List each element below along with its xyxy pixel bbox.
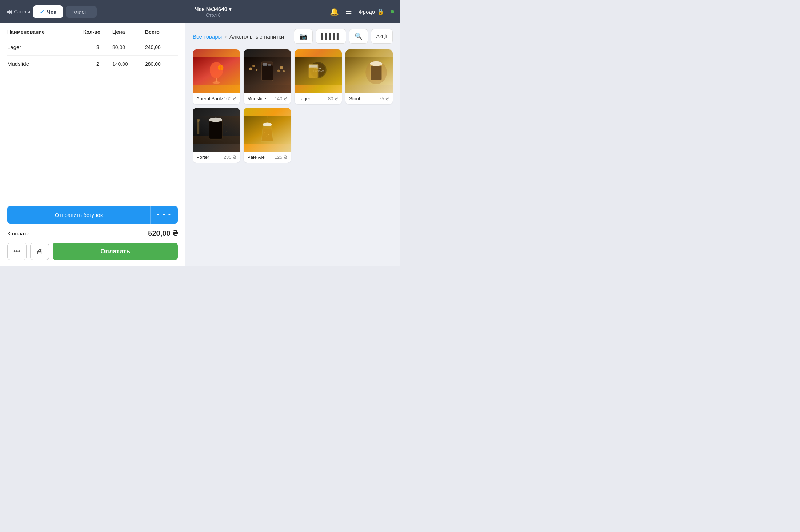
product-card-mudslide[interactable]: Mudslide 140 ₴: [244, 49, 291, 104]
item-price: 80,00: [112, 44, 145, 50]
product-info: Lager 80 ₴: [295, 93, 342, 104]
svg-point-41: [263, 123, 272, 126]
svg-point-36: [209, 118, 222, 122]
product-name: Aperol Spritz: [196, 96, 223, 101]
item-price: 140,00: [112, 61, 145, 67]
more-dots-icon: •••: [13, 248, 20, 255]
svg-point-31: [370, 61, 383, 66]
pay-button[interactable]: Оплатить: [53, 243, 178, 260]
camera-button[interactable]: 📷: [294, 29, 313, 44]
send-order-button[interactable]: Отправить бегунок: [7, 206, 150, 224]
product-price: 125 ₴: [275, 154, 287, 160]
svg-rect-37: [209, 122, 222, 139]
product-card-porter[interactable]: Porter 235 ₴: [193, 108, 240, 163]
product-price: 235 ₴: [224, 154, 236, 160]
product-info: Pale Ale 125 ₴: [244, 152, 291, 163]
bell-icon[interactable]: 🔔: [330, 7, 339, 16]
product-image-aperol-spritz: [193, 49, 240, 93]
dots-icon: • • •: [157, 211, 171, 218]
svg-point-18: [277, 69, 280, 72]
product-image-porter: [193, 108, 240, 152]
svg-point-14: [249, 68, 252, 70]
product-info: Stout 75 ₴: [345, 93, 393, 104]
svg-point-16: [256, 69, 257, 71]
user-area[interactable]: Фродо 🔒: [359, 8, 384, 15]
product-image-stout: [345, 49, 393, 93]
barcode-button[interactable]: ▌▌▌▌▌: [316, 29, 346, 44]
total-row: К оплате 520,00 ₴: [7, 229, 178, 238]
tab-check[interactable]: ✓ Чек: [33, 5, 63, 18]
product-price: 75 ₴: [379, 96, 389, 101]
barcode-icon: ▌▌▌▌▌: [321, 33, 340, 40]
product-name: Lager: [298, 96, 310, 101]
table-row[interactable]: Mudslide 2 140,00 280,00: [7, 56, 178, 72]
item-name: Mudslide: [7, 61, 83, 67]
product-price: 80 ₴: [328, 96, 338, 101]
more-options-button[interactable]: •••: [7, 243, 27, 260]
tab-client-label: Клиент: [72, 9, 90, 15]
check-icon: ✓: [40, 8, 44, 15]
product-card-stout[interactable]: Stout 75 ₴: [345, 49, 393, 104]
breadcrumb-separator: ›: [225, 33, 227, 39]
promo-button[interactable]: Акції: [371, 29, 393, 44]
lock-icon: 🔒: [377, 8, 384, 15]
bottom-action-row: ••• 🖨 Оплатить: [7, 243, 178, 260]
item-qty: 3: [83, 44, 112, 50]
svg-point-43: [268, 134, 269, 135]
product-info: Aperol Spritz 160 ₴: [193, 93, 240, 104]
order-table-header: Наименование Кол-во Цена Всего: [7, 23, 178, 39]
send-btn-row: Отправить бегунок • • •: [7, 206, 178, 224]
tab-check-label: Чек: [47, 9, 56, 15]
check-number-display[interactable]: Чек №34640 ▾: [195, 6, 232, 12]
product-card-pale-ale[interactable]: Pale Ale 125 ₴: [244, 108, 291, 163]
svg-point-39: [197, 119, 200, 122]
user-name: Фродо: [359, 9, 375, 15]
header-right: 🔔 ☰ Фродо 🔒: [330, 7, 394, 16]
product-image-pale-ale: [244, 108, 291, 152]
table-row[interactable]: Lager 3 80,00 240,00: [7, 39, 178, 56]
search-icon: 🔍: [355, 32, 363, 40]
svg-rect-12: [263, 63, 267, 66]
svg-point-17: [280, 66, 283, 69]
col-name: Наименование: [7, 29, 83, 35]
header-center: Чек №34640 ▾ Стол 6: [100, 6, 327, 18]
product-price: 140 ₴: [275, 96, 287, 101]
product-card-lager[interactable]: BARREL BREWING CO Lager 80 ₴: [295, 49, 342, 104]
main-layout: Наименование Кол-во Цена Всего Lager 3 8…: [0, 23, 400, 266]
product-info: Porter 235 ₴: [193, 152, 240, 163]
menu-icon[interactable]: ☰: [345, 7, 352, 16]
camera-icon: 📷: [299, 32, 307, 40]
tab-client[interactable]: Клиент: [66, 6, 97, 18]
breadcrumb-bar: Все товары › Алкогольные напитки 📷 ▌▌▌▌▌…: [193, 29, 393, 44]
order-bottom-actions: Отправить бегунок • • • К оплате 520,00 …: [0, 201, 185, 266]
product-name: Pale Ale: [247, 154, 265, 160]
item-name: Lager: [7, 44, 83, 50]
search-button[interactable]: 🔍: [349, 29, 368, 44]
print-button[interactable]: 🖨: [30, 243, 49, 260]
order-panel: Наименование Кол-во Цена Всего Lager 3 8…: [0, 23, 185, 266]
order-items-list: Наименование Кол-во Цена Всего Lager 3 8…: [0, 23, 185, 201]
product-info: Mudslide 140 ₴: [244, 93, 291, 104]
svg-point-4: [213, 81, 220, 84]
total-label: К оплате: [7, 230, 29, 237]
catalog-panel: Все товары › Алкогольные напитки 📷 ▌▌▌▌▌…: [185, 23, 400, 266]
dropdown-icon: ▾: [229, 6, 232, 12]
svg-rect-11: [262, 65, 273, 81]
product-name: Stout: [349, 96, 360, 101]
svg-rect-32: [371, 66, 382, 80]
product-card-aperol-spritz[interactable]: Aperol Spritz 160 ₴: [193, 49, 240, 104]
col-price: Цена: [112, 29, 145, 35]
table-label: Стол 6: [206, 12, 221, 18]
breadcrumb-current: Алкогольные напитки: [229, 33, 284, 40]
back-to-tables[interactable]: ◀ ◀ Столы: [6, 8, 30, 15]
col-total: Всего: [145, 29, 178, 35]
online-status-dot: [391, 10, 394, 13]
svg-rect-38: [197, 120, 199, 134]
product-name: Mudslide: [247, 96, 266, 101]
back-label: ◀ Столы: [8, 8, 30, 15]
item-total: 240,00: [145, 44, 178, 50]
product-grid: Aperol Spritz 160 ₴: [193, 49, 393, 163]
col-qty: Кол-во: [83, 29, 112, 35]
breadcrumb-all-products[interactable]: Все товары: [193, 33, 222, 40]
send-more-options-button[interactable]: • • •: [150, 206, 178, 224]
